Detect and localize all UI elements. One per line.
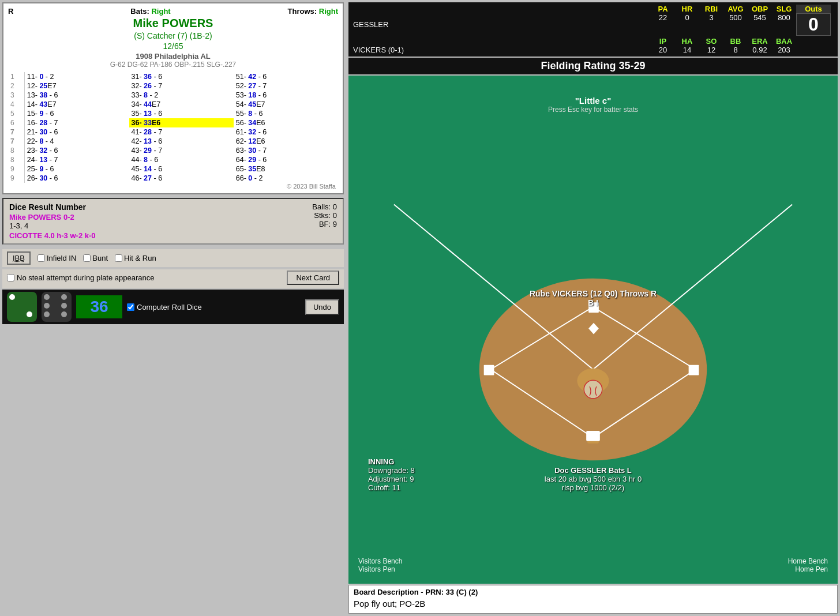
dice-table-row: 824- 13 - 744- 8 - 664- 29 - 6 xyxy=(8,155,338,164)
batter-rbi: 3 xyxy=(699,13,723,36)
dice-cell: 36- 33E6 xyxy=(129,118,234,127)
pitcher-so: 12 xyxy=(699,46,723,54)
dice-table-row: 111- 0 - 231- 36 - 651- 42 - 6 xyxy=(8,72,338,81)
header-obp: OBP xyxy=(748,5,772,13)
bunt-label[interactable]: Bunt xyxy=(83,254,108,262)
dice-number-display: 36 xyxy=(76,295,122,318)
dice-cell: 56- 34E6 xyxy=(234,118,338,127)
dice-cell: 24- 13 - 7 xyxy=(24,155,129,164)
visitors-bench: Visitors Bench Visitors Pen xyxy=(358,557,402,573)
board-desc-header: Board Description - PRN: 33 (C) (2) xyxy=(354,588,832,596)
pitcher-headers: IP HA SO BB ERA BAA xyxy=(434,37,833,46)
dice-result-title: Dice Result Number xyxy=(9,202,96,212)
dice-cell: 53- 18 - 6 xyxy=(234,91,338,100)
baseball-field: "Little c" Press Esc key for batter stat… xyxy=(348,76,838,584)
dice-cell: 64- 29 - 6 xyxy=(234,155,338,164)
batter-obp: 545 xyxy=(748,13,772,36)
dice-table-row: 823- 32 - 643- 29 - 763- 30 - 7 xyxy=(8,146,338,155)
dice-cell: 12- 25E7 xyxy=(24,81,129,91)
player-team: 1908 Philadelphia AL xyxy=(8,52,338,61)
dice-cell: 13- 38 - 6 xyxy=(24,91,129,100)
player-stats: G-62 DG-62 PA-186 OBP-.215 SLG-.227 xyxy=(8,61,338,69)
row-label: 4 xyxy=(8,100,24,109)
next-card-button[interactable]: Next Card xyxy=(287,271,339,285)
no-steal-label[interactable]: No steal attempt during plate appearance xyxy=(7,273,155,282)
checkbox-row-1: IBB Infield IN Bunt Hit & Run xyxy=(2,249,344,267)
batter-info: Doc GESSLER Bats L last 20 ab bvg 500 eb… xyxy=(545,466,642,492)
dice-cell: 14- 43E7 xyxy=(24,100,129,109)
scoreboard-headers: PA HR RBI AVG OBP SLG Outs xyxy=(434,5,833,13)
dice-cell: 33- 8 - 2 xyxy=(129,91,234,100)
header-slg: SLG xyxy=(772,5,796,13)
batter-pa: 22 xyxy=(651,13,675,36)
dice-cell: 45- 14 - 6 xyxy=(129,164,234,174)
computer-roll-checkbox[interactable] xyxy=(127,303,134,311)
dice-table-row: 926- 30 - 646- 27 - 666- 0 - 2 xyxy=(8,174,338,183)
infield-in-checkbox[interactable] xyxy=(38,254,45,262)
hit-run-checkbox[interactable] xyxy=(115,254,122,262)
ibb-button[interactable]: IBB xyxy=(7,251,31,265)
batter-stats-row: 22 0 3 500 545 800 0 xyxy=(434,13,833,36)
little-c-label: "Little c" Press Esc key for batter stat… xyxy=(548,96,638,114)
dice-cell: 16- 28 - 7 xyxy=(24,118,129,127)
dice-cell: 44- 8 - 6 xyxy=(129,155,234,164)
pitcher-baa: 203 xyxy=(772,46,796,54)
balls-stks-bf: Balls: 0 Stks: 0 BF: 9 xyxy=(312,202,337,240)
dot xyxy=(27,311,32,317)
dice-cell: 54- 45E7 xyxy=(234,100,338,109)
throws-info: Throws: Right xyxy=(288,7,338,16)
pitcher-name: VICKERS (0-1) xyxy=(353,46,434,54)
header-pa: PA xyxy=(651,5,675,13)
no-steal-checkbox[interactable] xyxy=(7,274,14,281)
dice-table-row: 515- 9 - 635- 13 - 655- 8 - 6 xyxy=(8,109,338,118)
bunt-checkbox[interactable] xyxy=(83,254,91,262)
row-label: 2 xyxy=(8,81,24,91)
no-steal-row: No steal attempt during plate appearance… xyxy=(2,269,344,288)
dice-cell: 32- 26 - 7 xyxy=(129,81,234,91)
inning-info: INNING Downgrade: 8 Adjustment: 9 Cutoff… xyxy=(368,457,415,492)
field-svg xyxy=(348,76,838,584)
row-label: 7 xyxy=(8,127,24,137)
board-desc-body: Pop fly out; PO-2B xyxy=(354,596,832,611)
dice-table-row: 414- 43E734- 44E754- 45E7 xyxy=(8,100,338,109)
pitcher-stats-row: 20 14 12 8 0.92 203 xyxy=(434,46,833,54)
row-label: 7 xyxy=(8,137,24,146)
dice-result-pitcher: CICOTTE 4.0 h-3 w-2 k-0 xyxy=(9,231,96,240)
dice-table-row: 212- 25E732- 26 - 752- 27 - 7 xyxy=(8,81,338,91)
left-panel: R Bats: Right Throws: Right Mike POWERS … xyxy=(0,0,346,616)
dice-cell: 61- 32 - 6 xyxy=(234,127,338,137)
row-label: 1 xyxy=(8,72,24,81)
dice-cell: 42- 13 - 6 xyxy=(129,137,234,146)
svg-rect-10 xyxy=(484,365,494,375)
batter-avg: 500 xyxy=(723,13,748,36)
player-position: (S) Catcher (7) (1B-2) xyxy=(8,31,338,40)
dice-cell: 15- 9 - 6 xyxy=(24,109,129,118)
row-label: 8 xyxy=(8,155,24,164)
row-label: 6 xyxy=(8,118,24,127)
computer-roll-area: Computer Roll Dice xyxy=(127,303,202,311)
dice-cell: 51- 42 - 6 xyxy=(234,72,338,81)
batter-name: GESSLER xyxy=(353,20,434,29)
fielding-rating-bar: Fielding Rating 35-29 xyxy=(348,58,838,74)
pitcher-era: 0.92 xyxy=(748,46,772,54)
hit-run-label[interactable]: Hit & Run xyxy=(115,254,156,262)
infield-in-label[interactable]: Infield IN xyxy=(38,254,76,262)
dice-cell: 26- 30 - 6 xyxy=(24,174,129,183)
undo-button[interactable]: Undo xyxy=(305,299,339,315)
batter-hr: 0 xyxy=(675,13,699,36)
dice-cell: 25- 9 - 6 xyxy=(24,164,129,174)
svg-rect-8 xyxy=(689,365,699,375)
computer-roll-label: Computer Roll Dice xyxy=(137,303,202,311)
copyright: © 2023 Bill Staffa xyxy=(8,183,338,190)
die-dark xyxy=(42,292,72,322)
row-label: 9 xyxy=(8,164,24,174)
dice-table-row: 313- 38 - 633- 8 - 253- 18 - 6 xyxy=(8,91,338,100)
dice-cell: 23- 32 - 6 xyxy=(24,146,129,155)
dice-cell: 41- 28 - 7 xyxy=(129,127,234,137)
stks: Stks: 0 xyxy=(314,211,337,220)
dice-cell: 34- 44E7 xyxy=(129,100,234,109)
dice-cell: 55- 8 - 6 xyxy=(234,109,338,118)
dice-cell: 43- 29 - 7 xyxy=(129,146,234,155)
dice-cell: 63- 30 - 7 xyxy=(234,146,338,155)
header-avg: AVG xyxy=(723,5,748,13)
